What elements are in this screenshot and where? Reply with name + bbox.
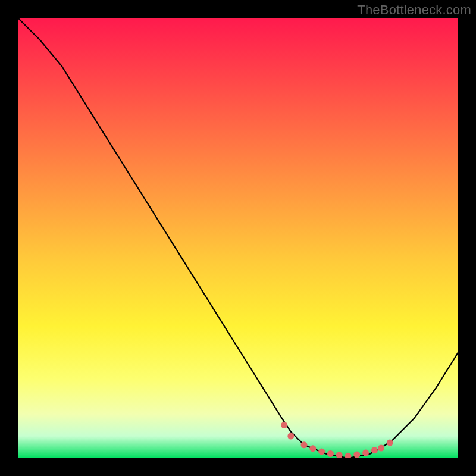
plot-area bbox=[18, 18, 458, 458]
highlight-dot bbox=[327, 450, 334, 457]
highlight-dot bbox=[336, 452, 343, 458]
chart-frame: TheBottleneck.com bbox=[0, 0, 476, 476]
bottleneck-curve bbox=[18, 18, 458, 458]
highlight-dot bbox=[309, 445, 316, 452]
highlight-dot bbox=[301, 441, 308, 448]
highlight-dot bbox=[362, 450, 369, 456]
highlight-dots bbox=[281, 422, 393, 458]
highlight-dot bbox=[387, 440, 393, 446]
highlight-dot bbox=[281, 422, 287, 428]
watermark-text: TheBottleneck.com bbox=[357, 2, 471, 18]
highlight-dot bbox=[345, 453, 352, 458]
curve-svg bbox=[18, 18, 458, 458]
highlight-dot bbox=[371, 447, 378, 453]
highlight-dot bbox=[378, 445, 384, 452]
highlight-dot bbox=[353, 452, 360, 458]
highlight-dot bbox=[318, 448, 325, 455]
highlight-dot bbox=[287, 433, 294, 440]
